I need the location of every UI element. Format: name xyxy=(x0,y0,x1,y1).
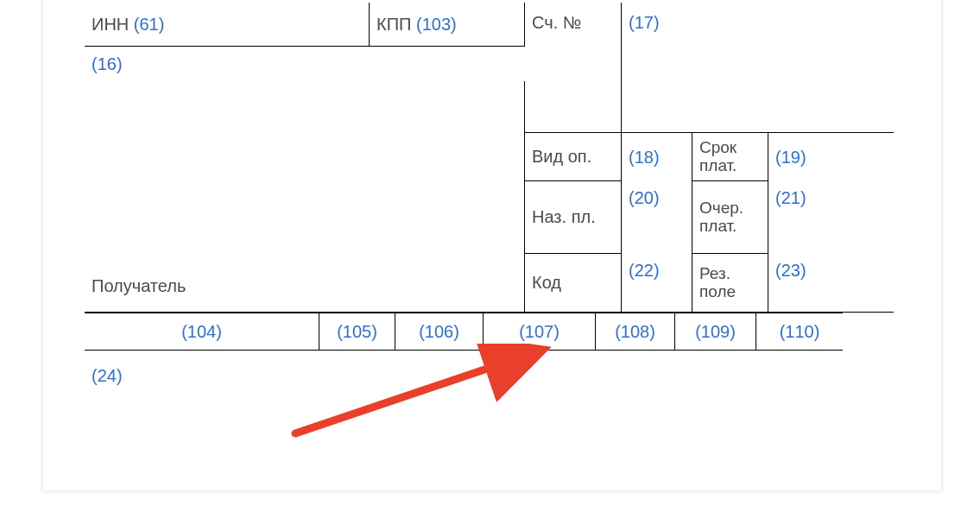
label-ocher-plat: Очер. плат. xyxy=(692,181,768,254)
c16-code: (16) xyxy=(92,54,123,74)
c17-code: (17) xyxy=(629,13,660,33)
c20-code: (20) xyxy=(629,188,660,208)
kpp-code: (103) xyxy=(416,15,457,35)
txt-kod: Код xyxy=(532,273,561,293)
txt-ocher: Очер. плат. xyxy=(699,199,768,236)
c107-code: (107) xyxy=(519,322,560,342)
label-naz-pl: Наз. пл. xyxy=(525,181,622,254)
c110-code: (110) xyxy=(780,322,820,342)
txt-srok: Срок плат. xyxy=(699,139,768,175)
field-107: (107) xyxy=(484,313,596,351)
field-109: (109) xyxy=(675,313,756,351)
field-20: (20) xyxy=(622,181,692,254)
field-24: (24) xyxy=(85,358,344,393)
field-21: (21) xyxy=(768,181,894,254)
field-22: (22) xyxy=(622,254,692,313)
label-vid-op: Вид оп. xyxy=(525,133,622,181)
c22-code: (22) xyxy=(629,261,660,281)
label-rez-pole: Рез. поле xyxy=(692,254,768,313)
field-19: (19) xyxy=(768,133,894,181)
field-104: (104) xyxy=(85,313,319,351)
recipient-block: Получатель xyxy=(85,81,525,313)
field-kpp: КПП (103) xyxy=(370,3,525,47)
schno-label: Сч. № xyxy=(532,13,581,33)
field-23: (23) xyxy=(768,254,894,313)
field-106: (106) xyxy=(395,313,484,351)
inn-code: (61) xyxy=(134,15,165,35)
label-srok-plat: Срок плат. xyxy=(692,133,768,181)
payment-order-fragment: ИНН (61) КПП (103) Сч. № (17) (16) Получ… xyxy=(0,0,980,512)
field-110: (110) xyxy=(756,313,843,351)
c106-code: (106) xyxy=(419,322,459,342)
txt-naz-pl: Наз. пл. xyxy=(532,207,596,227)
field-account-no-label: Сч. № xyxy=(525,3,622,133)
field-18: (18) xyxy=(622,133,692,181)
c108-code: (108) xyxy=(615,322,655,342)
txt-vid-op: Вид оп. xyxy=(532,147,591,167)
c109-code: (109) xyxy=(695,322,736,342)
recipient-label: Получатель xyxy=(92,276,186,296)
field-16: (16) xyxy=(85,47,525,81)
field-105: (105) xyxy=(319,313,395,351)
c23-code: (23) xyxy=(775,261,806,281)
c21-code: (21) xyxy=(775,188,806,208)
kpp-label: КПП xyxy=(376,15,411,35)
field-108: (108) xyxy=(596,313,675,351)
label-kod: Код xyxy=(525,254,622,313)
field-inn: ИНН (61) xyxy=(85,3,370,47)
c105-code: (105) xyxy=(337,322,377,342)
c18-code: (18) xyxy=(629,148,660,168)
c104-code: (104) xyxy=(181,322,222,342)
inn-label: ИНН xyxy=(92,15,129,35)
c24-code: (24) xyxy=(92,366,123,386)
txt-rez: Рез. поле xyxy=(699,265,768,301)
field-17: (17) xyxy=(622,3,894,133)
c19-code: (19) xyxy=(775,148,806,168)
